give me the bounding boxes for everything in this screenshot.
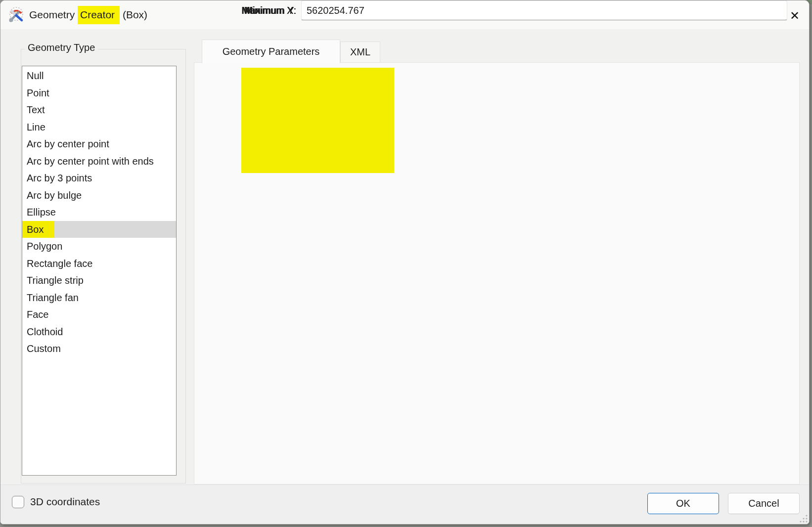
app-icon (7, 6, 25, 24)
3d-coordinates-checkbox[interactable] (12, 496, 24, 508)
list-item-label: Arc by center point with ends (27, 156, 154, 167)
list-item-label: Box (22, 221, 54, 238)
maximum-y-input[interactable] (301, 0, 787, 20)
3d-coordinates-label: 3D coordinates (30, 495, 100, 509)
list-item-label: Rectangle face (27, 258, 92, 269)
footer-bar: 3D coordinates OK Cancel (0, 484, 809, 525)
list-item-clothoid[interactable]: Clothoid (22, 323, 176, 341)
title-suffix: (Box) (120, 9, 147, 20)
tab-xml[interactable]: XML (340, 42, 380, 62)
list-item-box[interactable]: Box (22, 221, 176, 238)
geometry-creator-dialog: Geometry Creator (Box) ✕ Geometry Type N… (0, 0, 810, 525)
list-item-label: Custom (27, 343, 61, 354)
list-item-text[interactable]: Text (22, 101, 176, 119)
resize-grip-icon[interactable] (798, 513, 808, 523)
ok-button[interactable]: OK (647, 493, 719, 514)
list-item-null[interactable]: Null (22, 67, 176, 85)
list-item-arc-by-bulge[interactable]: Arc by bulge (22, 187, 176, 204)
list-item-rectangle-face[interactable]: Rectangle face (22, 255, 176, 272)
title-highlighted-word: Creator (78, 6, 120, 24)
maximum-y-label: Maximum Y: (194, 0, 296, 20)
list-item-label: Arc by bulge (27, 190, 82, 201)
list-item-label: Point (27, 88, 49, 98)
tab-geometry-parameters[interactable]: Geometry Parameters (202, 40, 340, 63)
list-item-line[interactable]: Line (22, 119, 176, 136)
list-item-arc-by-3-points[interactable]: Arc by 3 points (22, 170, 176, 187)
list-item-label: Face (27, 309, 48, 320)
list-item-ellipse[interactable]: Ellipse (22, 204, 176, 221)
list-item-polygon[interactable]: Polygon (22, 238, 176, 255)
tab-panel (194, 62, 800, 484)
geometry-type-list[interactable]: NullPointTextLineArc by center pointArc … (22, 66, 177, 476)
list-item-custom[interactable]: Custom (22, 340, 176, 357)
list-item-label: Polygon (27, 241, 62, 252)
title-prefix: Geometry (29, 9, 78, 20)
list-item-label: Line (27, 122, 45, 132)
list-item-label: Arc by center point (27, 138, 109, 149)
list-item-arc-by-center-point-with-ends[interactable]: Arc by center point with ends (22, 153, 176, 170)
form-row-maximum-y: Maximum Y: (194, 0, 800, 20)
list-item-triangle-fan[interactable]: Triangle fan (22, 289, 176, 307)
list-item-label: Text (27, 104, 45, 115)
list-item-label: Triangle fan (27, 292, 79, 303)
list-item-face[interactable]: Face (22, 306, 176, 323)
list-item-arc-by-center-point[interactable]: Arc by center point (22, 135, 176, 153)
list-item-label: Null (27, 70, 44, 81)
list-item-label: Ellipse (27, 207, 56, 218)
list-item-label: Clothoid (27, 326, 63, 337)
window-title: Geometry Creator (Box) (29, 0, 147, 29)
list-item-triangle-strip[interactable]: Triangle strip (22, 272, 176, 289)
cancel-button[interactable]: Cancel (728, 493, 800, 514)
list-item-label: Triangle strip (27, 275, 84, 286)
geometry-type-group-label: Geometry Type (25, 42, 98, 53)
list-item-label: Arc by 3 points (27, 173, 92, 183)
list-item-point[interactable]: Point (22, 85, 176, 102)
